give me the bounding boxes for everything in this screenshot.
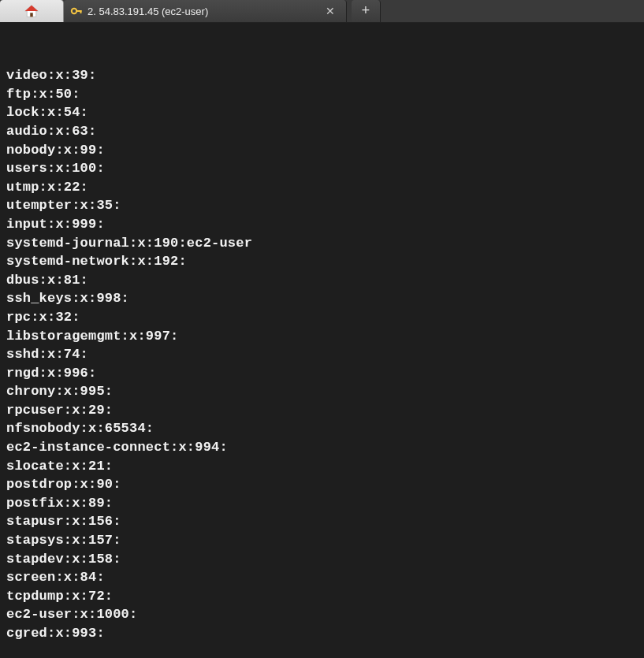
terminal-line: dbus:x:81: bbox=[6, 271, 638, 290]
plus-icon: + bbox=[362, 3, 370, 19]
terminal-line: nfsnobody:x:65534: bbox=[6, 419, 638, 438]
tab-active-session[interactable]: 2. 54.83.191.45 (ec2-user) ✕ bbox=[64, 0, 347, 22]
terminal-line: ec2-user:x:1000: bbox=[6, 605, 638, 624]
terminal-lines: video:x:39:ftp:x:50:lock:x:54:audio:x:63… bbox=[6, 66, 638, 642]
terminal-line: tcpdump:x:72: bbox=[6, 587, 638, 606]
terminal-line: input:x:999: bbox=[6, 215, 638, 234]
terminal-line: postdrop:x:90: bbox=[6, 475, 638, 494]
terminal-line: lock:x:54: bbox=[6, 103, 638, 122]
terminal-line: stapusr:x:156: bbox=[6, 512, 638, 531]
terminal-line: screen:x:84: bbox=[6, 568, 638, 587]
terminal-line: postfix:x:89: bbox=[6, 494, 638, 513]
home-icon bbox=[24, 4, 39, 18]
svg-rect-2 bbox=[30, 13, 32, 17]
terminal-line: sshd:x:74: bbox=[6, 345, 638, 364]
close-tab-icon[interactable]: ✕ bbox=[322, 5, 338, 17]
svg-rect-5 bbox=[80, 10, 82, 13]
terminal-line: audio:x:63: bbox=[6, 122, 638, 141]
terminal-line: utempter:x:35: bbox=[6, 196, 638, 215]
terminal-line: ftp:x:50: bbox=[6, 85, 638, 104]
svg-marker-1 bbox=[25, 6, 38, 11]
terminal-line: ec2-instance-connect:x:994: bbox=[6, 438, 638, 457]
terminal-line: libstoragemgmt:x:997: bbox=[6, 327, 638, 346]
terminal-line: users:x:100: bbox=[6, 159, 638, 178]
tab-label: 2. 54.83.191.45 (ec2-user) bbox=[87, 6, 208, 17]
terminal-line: systemd-network:x:192: bbox=[6, 252, 638, 271]
terminal-line: video:x:39: bbox=[6, 66, 638, 85]
terminal-line: systemd-journal:x:190:ec2-user bbox=[6, 234, 638, 253]
tab-bar: 2. 54.83.191.45 (ec2-user) ✕ + bbox=[0, 0, 644, 23]
terminal-line: ssh_keys:x:998: bbox=[6, 289, 638, 308]
key-icon bbox=[70, 5, 83, 17]
terminal-line: slocate:x:21: bbox=[6, 457, 638, 476]
terminal-line: rpcuser:x:29: bbox=[6, 401, 638, 420]
terminal-line: chrony:x:995: bbox=[6, 382, 638, 401]
terminal-line: stapsys:x:157: bbox=[6, 531, 638, 550]
terminal-line: nobody:x:99: bbox=[6, 141, 638, 160]
terminal-output[interactable]: video:x:39:ftp:x:50:lock:x:54:audio:x:63… bbox=[0, 23, 644, 658]
tab-home[interactable] bbox=[0, 0, 64, 22]
terminal-line: rpc:x:32: bbox=[6, 308, 638, 327]
terminal-line: cgred:x:993: bbox=[6, 624, 638, 643]
svg-point-3 bbox=[72, 9, 76, 13]
terminal-line: utmp:x:22: bbox=[6, 178, 638, 197]
terminal-line: stapdev:x:158: bbox=[6, 550, 638, 569]
new-tab-button[interactable]: + bbox=[352, 0, 381, 22]
terminal-line: rngd:x:996: bbox=[6, 364, 638, 383]
